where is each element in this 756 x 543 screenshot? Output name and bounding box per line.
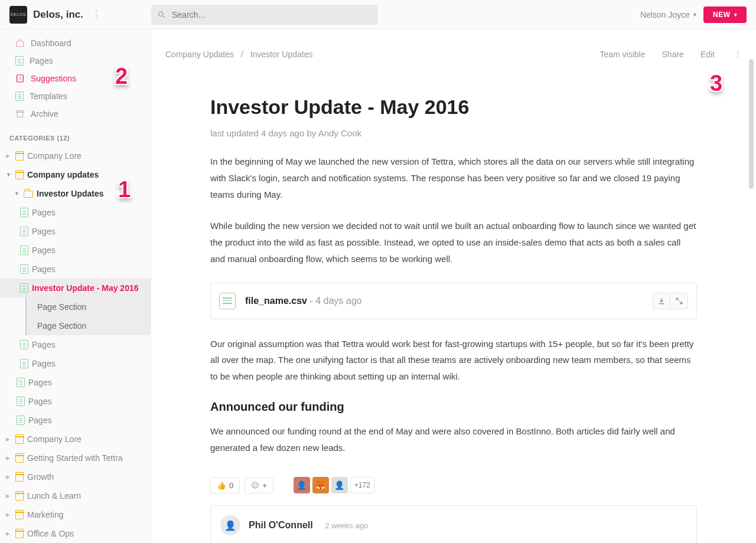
cat-company-lore-2[interactable]: ▶Company Lore xyxy=(0,430,151,449)
page-meta: last updated 4 days ago by Andy Cook xyxy=(210,128,697,138)
search-input-wrapper[interactable] xyxy=(151,5,378,25)
page-icon xyxy=(20,208,28,217)
tree-page[interactable]: Pages xyxy=(0,222,151,241)
cat-lunch-learn[interactable]: ▶Lunch & Learn xyxy=(0,486,151,505)
category-icon xyxy=(15,472,24,482)
categories-header: CATEGORIES (12) xyxy=(0,123,151,146)
svg-text:?: ? xyxy=(19,76,22,81)
tree-page[interactable]: Pages xyxy=(0,411,151,430)
page-icon xyxy=(15,91,24,101)
page-menu-icon[interactable]: ⋮ xyxy=(731,47,744,61)
org-logo: DELOS xyxy=(9,6,27,24)
tree-active-page[interactable]: Investor Update - May 2016 xyxy=(0,279,151,297)
category-icon xyxy=(15,434,24,444)
page-section-link[interactable]: Page Section xyxy=(25,297,151,316)
expand-icon xyxy=(675,297,683,305)
reaction-thumbs-up[interactable]: 👍 0 xyxy=(210,477,240,493)
caret-right-icon: ▶ xyxy=(6,455,12,461)
page-icon xyxy=(17,416,25,425)
page-icon xyxy=(20,340,28,349)
cat-growth[interactable]: ▶Growth xyxy=(0,467,151,486)
expand-button[interactable] xyxy=(670,293,688,309)
svg-point-6 xyxy=(252,482,259,489)
tree-page[interactable]: Pages xyxy=(0,392,151,411)
cat-company-lore[interactable]: ▶ Company Lore xyxy=(0,146,151,165)
attachment-card: file_name.csv - 4 days ago xyxy=(210,283,697,319)
scrollbar[interactable] xyxy=(749,59,755,508)
edit-button[interactable]: Edit xyxy=(700,50,715,59)
breadcrumb-child[interactable]: Investor Updates xyxy=(250,50,313,59)
paragraph: Our original assumption was that Tettra … xyxy=(210,336,697,385)
comment: 👤 Phil O'Connell 2 weeks ago xyxy=(210,505,697,543)
cat-getting-started[interactable]: ▶Getting Started with Tettra xyxy=(0,449,151,467)
cat-marketing[interactable]: ▶Marketing xyxy=(0,505,151,524)
share-button[interactable]: Share xyxy=(662,50,684,59)
org-name: Delos, inc. xyxy=(33,9,83,21)
viewer-avatar[interactable]: 👤 xyxy=(294,477,310,493)
user-name: Nelson Joyce xyxy=(640,10,690,19)
scroll-thumb[interactable] xyxy=(749,59,754,189)
tree-page[interactable]: Pages xyxy=(0,241,151,260)
svg-point-0 xyxy=(158,12,162,16)
tree-page[interactable]: Pages xyxy=(0,260,151,279)
caret-right-icon: ▶ xyxy=(6,474,12,480)
comment-author: Phil O'Connell xyxy=(249,520,313,530)
caret-right-icon: ▶ xyxy=(6,436,12,442)
add-reaction-button[interactable]: + xyxy=(245,477,273,493)
viewer-avatar[interactable]: 👤 xyxy=(331,477,348,493)
comment-time: 2 weeks ago xyxy=(325,521,368,530)
page-icon xyxy=(17,397,25,406)
user-menu[interactable]: Nelson Joyce ▾ xyxy=(633,6,703,23)
caret-right-icon: ▶ xyxy=(6,531,12,537)
org-menu-icon[interactable]: ⋮ xyxy=(89,6,103,22)
search-input[interactable] xyxy=(171,9,372,20)
download-button[interactable] xyxy=(653,293,670,309)
cat-office-ops[interactable]: ▶Office & Ops xyxy=(0,524,151,543)
nav-dashboard[interactable]: Dashboard xyxy=(0,34,151,52)
svg-rect-5 xyxy=(17,112,22,117)
section-heading: Announced our funding xyxy=(210,400,697,414)
paragraph: In the beginning of May we launched the … xyxy=(210,153,697,202)
page-section-link[interactable]: Page Section xyxy=(25,316,151,335)
tree-page[interactable]: Pages xyxy=(0,335,151,354)
tree-page[interactable]: Pages xyxy=(0,373,151,392)
page-icon xyxy=(15,56,24,66)
category-icon xyxy=(15,151,24,161)
page-icon xyxy=(20,359,28,368)
page-icon xyxy=(17,378,25,387)
sidebar: Dashboard Pages ? Suggestions Templates … xyxy=(0,30,151,543)
reaction-count: 0 xyxy=(229,481,233,490)
breadcrumb-parent[interactable]: Company Updates xyxy=(165,50,234,59)
tree-page[interactable]: Pages xyxy=(0,354,151,373)
folder-icon xyxy=(24,191,33,198)
category-icon xyxy=(15,170,24,179)
page-icon xyxy=(20,227,28,236)
category-icon xyxy=(15,510,24,519)
svg-point-7 xyxy=(254,485,255,485)
search-icon xyxy=(157,10,166,19)
annotation-3: 3 xyxy=(710,71,736,100)
caret-right-icon: ▶ xyxy=(6,512,12,518)
attachment-meta: - 4 days ago xyxy=(307,296,362,306)
svg-point-8 xyxy=(256,485,256,485)
breadcrumb: Company Updates / Investor Updates xyxy=(165,50,312,59)
nav-archive[interactable]: Archive xyxy=(0,105,151,123)
paragraph: We announced our funding round at the en… xyxy=(210,423,697,456)
caret-right-icon: ▶ xyxy=(6,153,12,159)
annotation-1: 1 xyxy=(118,177,144,207)
visibility-button[interactable]: Team visible xyxy=(599,50,645,59)
page-icon xyxy=(20,283,28,293)
new-button[interactable]: NEW ▾ xyxy=(703,6,747,23)
avatar: 👤 xyxy=(220,515,240,535)
chevron-down-icon: ▾ xyxy=(693,11,696,18)
viewer-overflow[interactable]: +172 xyxy=(350,477,374,493)
question-icon: ? xyxy=(15,74,25,83)
viewer-avatar[interactable]: 🦊 xyxy=(312,477,329,493)
main-content: Company Updates / Investor Updates Team … xyxy=(151,30,756,543)
annotation-2: 2 xyxy=(115,64,141,93)
category-icon xyxy=(15,491,24,501)
caret-right-icon: ▶ xyxy=(6,493,12,499)
page-icon xyxy=(20,264,28,274)
archive-icon xyxy=(15,109,25,119)
attachment-name[interactable]: file_name.csv xyxy=(245,296,307,306)
